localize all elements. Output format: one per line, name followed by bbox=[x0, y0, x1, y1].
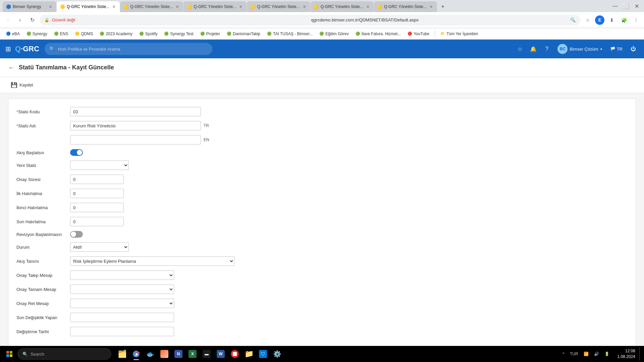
download-button[interactable]: ⬇ bbox=[607, 15, 616, 25]
restore-button[interactable]: ⬜ bbox=[621, 1, 631, 11]
grid-menu-icon[interactable]: ⊞ bbox=[5, 45, 11, 53]
onay-tamam-select[interactable] bbox=[70, 285, 174, 294]
tab-qgrc-1[interactable]: 🟡 Q-GRC Yönetim Siste... ✕ bbox=[57, 1, 120, 12]
tab-qgrc-3[interactable]: 🟡 Q-GRC Yönetim Siste... ✕ bbox=[183, 1, 247, 12]
son-degisiklik-input[interactable] bbox=[70, 313, 174, 322]
taskbar-app-security[interactable]: 🛡 bbox=[256, 347, 270, 361]
taskbar-app-word[interactable]: W bbox=[214, 347, 227, 361]
new-tab-button[interactable]: + bbox=[437, 1, 448, 12]
tab-close-7[interactable]: ✕ bbox=[429, 4, 434, 9]
extensions-button[interactable]: 🧩 bbox=[619, 15, 629, 25]
tab-qgrc-2[interactable]: 🟡 Q-GRC Yönetim Siste... ✕ bbox=[120, 1, 183, 12]
revizyon-toggle[interactable] bbox=[70, 231, 83, 238]
tray-lang[interactable]: TUR bbox=[569, 350, 580, 358]
search-input[interactable] bbox=[58, 47, 208, 52]
tab-qgrc-6[interactable]: 🟡 Q-GRC Yönetim Siste... ✕ bbox=[374, 1, 437, 12]
bookmark-ilave[interactable]: 🟢 İlave Fatura. Hizmet... bbox=[353, 30, 404, 38]
bookmark-all[interactable]: 📁 Tüm Yer İşaretleri bbox=[438, 30, 481, 38]
bookmark-youtube-label: YouTube bbox=[414, 32, 429, 36]
tab-close-4[interactable]: ✕ bbox=[238, 4, 243, 9]
tab-qgrc-4[interactable]: 🟡 Q-GRC Yönetim Siste... ✕ bbox=[247, 1, 310, 12]
user-menu[interactable]: BC Bimser Çözüm ▾ bbox=[555, 43, 604, 55]
bookmark-2023academy[interactable]: 🟢 2023 Academy bbox=[97, 30, 135, 38]
durum-row: Durum Aktif bbox=[16, 242, 628, 252]
statu-adi-en-input[interactable] bbox=[70, 135, 201, 144]
egitim-icon: 🟢 bbox=[319, 32, 324, 36]
bookmark-projeler[interactable]: 🟢 Projeler bbox=[198, 30, 223, 38]
statu-kodu-input[interactable] bbox=[70, 107, 201, 116]
bookmark-danisman[interactable]: 🟢 DanismanTakip bbox=[224, 30, 263, 38]
statu-adi-tr-input[interactable] bbox=[70, 121, 201, 130]
bookmark-star-button[interactable]: ☆ bbox=[583, 15, 592, 25]
taskbar-app-chrome[interactable] bbox=[129, 347, 143, 361]
tab-close-6[interactable]: ✕ bbox=[365, 4, 370, 9]
tab-close-1[interactable]: ✕ bbox=[48, 4, 53, 9]
forward-button[interactable]: › bbox=[15, 15, 25, 25]
help-button[interactable]: ? bbox=[541, 44, 552, 54]
bookmark-eba[interactable]: 🔵 eBA bbox=[3, 30, 22, 38]
back-button[interactable]: ← bbox=[8, 64, 15, 71]
notification-button[interactable]: 🔔 bbox=[528, 44, 539, 54]
tab-label-7: Q-GRC Yönetim Siste... bbox=[384, 4, 427, 9]
bookmark-qdms[interactable]: 🟡 QDMS bbox=[72, 30, 96, 38]
tray-battery[interactable]: 🔋 bbox=[603, 350, 611, 358]
yeni-statu-select[interactable] bbox=[70, 161, 129, 170]
star-button[interactable]: ☆ bbox=[515, 44, 525, 54]
tray-chevron[interactable]: ^ bbox=[561, 350, 566, 358]
degistirme-tarihi-input[interactable] bbox=[70, 327, 174, 336]
search-bar[interactable]: 🔍 bbox=[45, 43, 212, 55]
save-label: Kaydet bbox=[19, 82, 33, 87]
bookmark-ens[interactable]: 🟢 ENS bbox=[51, 30, 71, 38]
dark-app-icon: ▬ bbox=[203, 350, 211, 358]
back-button[interactable]: ‹ bbox=[3, 15, 13, 25]
tab-qgrc-5[interactable]: 🟡 Q-GRC Yönetim Siste... ✕ bbox=[311, 1, 374, 12]
power-button[interactable]: ⏻ bbox=[628, 44, 639, 54]
tab-close-2[interactable]: ✕ bbox=[111, 4, 116, 9]
akis-tanimi-select[interactable]: Risk İyileştirme Eylemi Planlama bbox=[70, 256, 234, 266]
son-hatirlatma-input[interactable] bbox=[70, 217, 124, 226]
taskbar-app-settings[interactable]: ⚙️ bbox=[270, 347, 284, 361]
onay-ret-select[interactable] bbox=[70, 299, 174, 308]
bookmark-spotify[interactable]: 🟢 Spotify bbox=[137, 30, 160, 38]
taskbar-app-colorapp[interactable] bbox=[158, 347, 171, 361]
taskbar-app-onenote[interactable]: N bbox=[172, 347, 185, 361]
bookmark-tai[interactable]: 🟢 TAİ TUSAŞ - Bimser... bbox=[264, 30, 315, 38]
onay-talep-select[interactable] bbox=[70, 270, 174, 280]
clock-display[interactable]: 12:08 1.08.2024 bbox=[615, 347, 638, 361]
taskbar-app-ppt[interactable]: 🐟 bbox=[144, 347, 157, 361]
tab-close-3[interactable]: ✕ bbox=[175, 4, 180, 9]
taskbar-app-explorer[interactable]: 🗂️ bbox=[115, 347, 129, 361]
taskbar-search[interactable]: 🔍 Search bbox=[17, 348, 111, 360]
tab-bimser-synergy[interactable]: 🔵 Bimser Synergy ✕ bbox=[3, 1, 56, 12]
app-logo[interactable]: Q·GRC bbox=[15, 45, 39, 53]
bookmark-egitim[interactable]: 🟢 Eğitim Görev bbox=[317, 30, 351, 38]
tray-volume[interactable]: 🔊 bbox=[593, 350, 600, 358]
taskbar-app-dark[interactable]: ▬ bbox=[200, 347, 213, 361]
akis-tanimi-row: Akış Tanımı Risk İyileştirme Eylemi Plan… bbox=[16, 256, 628, 266]
profile-button[interactable]: E bbox=[595, 15, 604, 25]
address-input[interactable]: 🔒 Güvenli değil qgrcdemo.bimser.com.tr/Q… bbox=[40, 15, 580, 25]
akis-baslat-toggle[interactable] bbox=[70, 149, 83, 156]
language-button[interactable]: 🏳️ TR bbox=[607, 45, 625, 53]
bookmark-synergy-test[interactable]: 🟢 Synergy Test bbox=[161, 30, 196, 38]
bookmark-youtube[interactable]: 🔴 YouTube bbox=[405, 30, 432, 38]
menu-button[interactable]: ⋮ bbox=[631, 15, 641, 25]
taskbar-app-teams[interactable] bbox=[228, 347, 241, 361]
taskbar-app-excel[interactable]: X bbox=[186, 347, 199, 361]
minimize-button[interactable]: — bbox=[610, 1, 620, 11]
durum-select[interactable]: Aktif bbox=[70, 242, 129, 252]
tray-wifi[interactable]: 📶 bbox=[582, 350, 590, 358]
ikinci-hatirlatma-input[interactable] bbox=[70, 203, 124, 212]
close-button[interactable]: ✕ bbox=[632, 1, 641, 11]
taskbar-app-files[interactable]: 📁 bbox=[242, 347, 256, 361]
ilk-hatirlatma-input[interactable] bbox=[70, 189, 124, 198]
reload-button[interactable]: ↻ bbox=[28, 15, 37, 25]
page-header: ← Statü Tanımlama - Kayıt Güncelle bbox=[0, 58, 644, 77]
bookmark-synergy[interactable]: 🟢 Synergy bbox=[24, 30, 50, 38]
onay-suresi-input[interactable] bbox=[70, 175, 124, 184]
tab-close-5[interactable]: ✕ bbox=[302, 4, 307, 9]
start-button[interactable] bbox=[3, 347, 16, 361]
en-lang-tag: EN bbox=[204, 137, 209, 142]
save-button[interactable]: 💾 Kaydet bbox=[8, 80, 636, 89]
show-desktop-button[interactable] bbox=[639, 347, 641, 361]
